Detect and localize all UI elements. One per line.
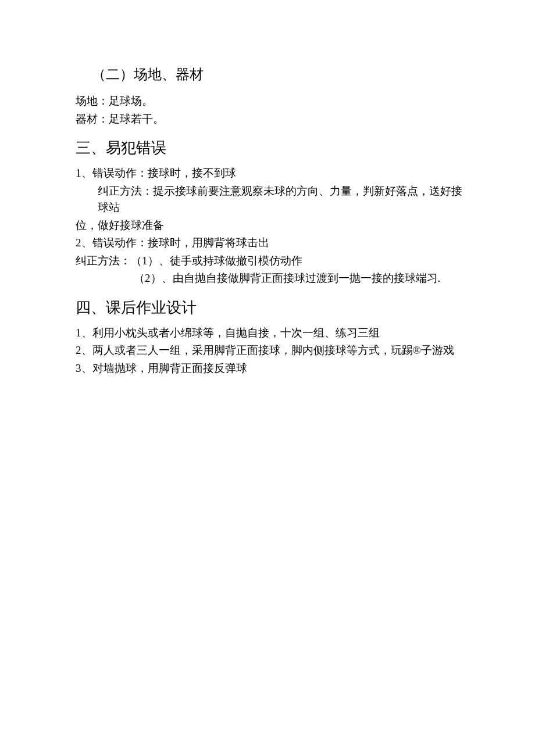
- error-1-fix-line2: 位，做好接球准备: [76, 217, 462, 234]
- homework-item-2: 2、两人或者三人一组，采用脚背正面接球，脚内侧接球等方式，玩踢®子游戏: [76, 342, 462, 359]
- error-2-action: 2、错误动作：接球时，用脚背将球击出: [76, 235, 462, 252]
- field-equipment-line: 器材：足球若干。: [76, 111, 462, 128]
- section-3-heading: 三、易犯错误: [76, 137, 462, 159]
- homework-item-1: 1、利用小枕头或者小绵球等，自抛自接，十次一组、练习三组: [76, 325, 462, 342]
- error-1-fix-line1: 纠正方法：提示接球前要注意观察未球的方向、力量，判新好落点，送好接球站: [76, 183, 462, 216]
- document-page: （二）场地、器材 场地：足球场。 器材：足球若干。 三、易犯错误 1、错误动作：…: [0, 0, 535, 756]
- error-1-action: 1、错误动作：接球时，接不到球: [76, 165, 462, 182]
- section-4-heading: 四、课后作业设计: [76, 296, 462, 319]
- error-2-fix-1: 纠正方法：（1）、徒手或持球做撤引模仿动作: [76, 253, 462, 270]
- error-2-fix-2: （2）、由自抛自接做脚背正面接球过渡到一抛一接的接球端习.: [76, 270, 462, 287]
- homework-item-3: 3、对墙抛球，用脚背正面接反弹球: [76, 360, 462, 377]
- subsection-2-heading: （二）场地、器材: [76, 64, 462, 85]
- field-venue-line: 场地：足球场。: [76, 93, 462, 110]
